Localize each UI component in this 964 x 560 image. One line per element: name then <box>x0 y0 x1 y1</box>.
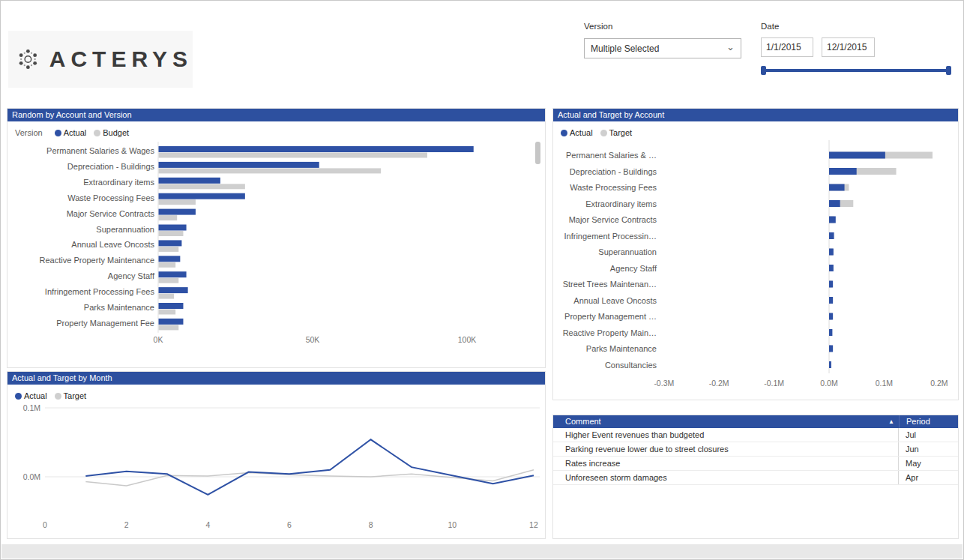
category-label: Superannuation <box>598 247 657 256</box>
x-axis-tick-label: 100K <box>458 335 477 344</box>
bar-actual[interactable] <box>829 361 831 368</box>
x-axis-tick-label: 8 <box>369 520 373 529</box>
bar-budget[interactable] <box>159 278 179 283</box>
bar-actual[interactable] <box>159 209 196 215</box>
bar-actual[interactable] <box>159 271 187 277</box>
category-label: Major Service Contracts <box>67 209 155 218</box>
panel-random-by-account: Random by Account and Version Version Ac… <box>7 108 546 368</box>
panel-title: Actual and Target by Account <box>553 109 958 121</box>
x-axis-tick-label: 0.1M <box>876 379 893 388</box>
date-end-input[interactable] <box>822 37 875 57</box>
bar-actual[interactable] <box>829 297 833 304</box>
comment-table-header: Comment ▲ Period <box>553 415 958 428</box>
bar-budget[interactable] <box>159 215 178 220</box>
legend-dot-budget <box>94 130 100 136</box>
line-actual[interactable] <box>85 439 534 495</box>
category-label: Superannuation <box>96 225 154 234</box>
date-filter-label: Date <box>761 22 779 31</box>
legend-item-actual[interactable]: Actual <box>15 391 47 400</box>
bar-actual[interactable] <box>829 313 833 320</box>
bar-actual[interactable] <box>159 178 220 184</box>
bar-actual[interactable] <box>159 225 187 231</box>
period-column-header[interactable]: Period <box>899 415 958 428</box>
bar-actual[interactable] <box>159 146 474 152</box>
bar-budget[interactable] <box>159 325 179 330</box>
bar-actual[interactable] <box>829 281 833 288</box>
category-label: Extraordinary items <box>585 199 657 208</box>
legend-label: Actual <box>570 128 593 137</box>
comment-table-body: Higher Event revenues than budgetedJulPa… <box>553 428 958 485</box>
bar-budget[interactable] <box>159 199 196 205</box>
bar-actual[interactable] <box>829 217 836 223</box>
bar-budget[interactable] <box>159 247 179 252</box>
bar-actual[interactable] <box>829 249 834 256</box>
category-label: Infringement Processing Fees <box>45 287 155 296</box>
category-label: Permanent Salaries & … <box>566 151 657 160</box>
version-dropdown[interactable]: Multiple Selected ⌄ <box>584 38 741 58</box>
legend-item-budget[interactable]: Budget <box>94 128 129 137</box>
x-axis-tick-label: 12 <box>529 520 538 529</box>
table-row[interactable]: Unforeseen storm damagesApr <box>553 471 958 485</box>
chart-scrollbar[interactable] <box>535 142 540 164</box>
bar-budget[interactable] <box>159 262 176 268</box>
table-row[interactable]: Higher Event revenues than budgetedJul <box>553 428 958 442</box>
category-label: Street Trees Maintenan… <box>563 280 657 289</box>
bar-actual[interactable] <box>829 184 845 191</box>
period-cell: Jun <box>899 442 958 456</box>
bar-actual[interactable] <box>159 240 182 246</box>
logo-text: ACTERYS <box>49 46 193 72</box>
panel-actual-target-by-month: Actual and Target by Month Actual Target… <box>7 371 546 539</box>
comment-column-header[interactable]: Comment ▲ <box>553 415 899 428</box>
bar-chart-random-by-account: Permanent Salaries & WagesDepreciation -… <box>7 139 545 355</box>
x-axis-tick-label: 10 <box>448 520 457 529</box>
x-axis-tick-label: 0.2M <box>930 379 948 388</box>
legend-item-actual[interactable]: Actual <box>55 128 87 137</box>
bar-actual[interactable] <box>159 287 188 293</box>
version-filter-label: Version <box>584 22 612 31</box>
bar-actual[interactable] <box>829 152 885 159</box>
slider-handle-right[interactable] <box>946 66 951 75</box>
bar-actual[interactable] <box>829 168 857 175</box>
comment-cell: Unforeseen storm damages <box>553 471 899 484</box>
comment-cell: Rates increase <box>553 457 899 470</box>
slider-handle-left[interactable] <box>761 66 766 75</box>
bar-budget[interactable] <box>159 294 175 299</box>
legend-item-actual[interactable]: Actual <box>561 128 593 137</box>
panel-title: Actual and Target by Month <box>7 372 545 385</box>
acterys-logo-icon <box>16 42 40 76</box>
bar-actual[interactable] <box>829 346 833 352</box>
slider-track[interactable] <box>763 69 949 72</box>
sort-ascending-icon[interactable]: ▲ <box>888 415 894 428</box>
bar-budget[interactable] <box>159 184 245 189</box>
table-row[interactable]: Rates increaseMay <box>553 457 958 471</box>
category-label: Waste Processing Fees <box>570 183 657 192</box>
bar-actual[interactable] <box>829 200 840 207</box>
category-label: Reactive Property Maintenance <box>40 256 154 265</box>
bar-chart-actual-target-by-account: Permanent Salaries & …Depreciation - Bui… <box>553 139 958 396</box>
y-axis-tick-label: 0.1M <box>23 403 40 412</box>
bar-actual[interactable] <box>829 232 834 239</box>
bar-actual[interactable] <box>159 303 184 309</box>
bar-budget[interactable] <box>159 153 427 158</box>
dashboard-page: ACTERYS Version Multiple Selected ⌄ Date… <box>0 0 964 560</box>
bar-actual[interactable] <box>829 265 834 271</box>
bar-budget[interactable] <box>159 231 184 236</box>
category-label: Infringement Processin… <box>564 232 657 241</box>
legend-dot-actual <box>55 130 61 136</box>
date-range-slider[interactable] <box>761 65 951 76</box>
legend-label: Target <box>609 128 633 137</box>
bar-budget[interactable] <box>159 310 176 315</box>
period-cell: Jul <box>899 428 958 442</box>
bar-actual[interactable] <box>159 319 184 325</box>
legend-item-target[interactable]: Target <box>600 128 633 137</box>
bar-actual[interactable] <box>829 329 832 336</box>
legend-item-target[interactable]: Target <box>55 391 87 400</box>
table-row[interactable]: Parking revenue lower due to street clos… <box>553 442 958 457</box>
bar-actual[interactable] <box>159 193 245 199</box>
date-start-input[interactable] <box>761 37 813 57</box>
bar-actual[interactable] <box>159 162 319 168</box>
bar-actual[interactable] <box>159 256 181 262</box>
category-label: Depreciation - Buildings <box>67 162 155 171</box>
category-label: Parks Maintenance <box>586 344 657 353</box>
bar-budget[interactable] <box>159 168 382 173</box>
